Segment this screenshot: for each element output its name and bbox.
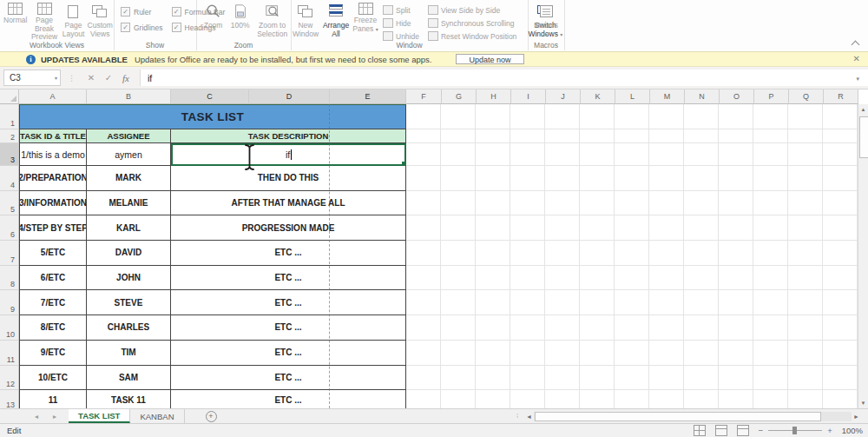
unhide-button[interactable]: Unhide: [383, 31, 419, 41]
column-header-D[interactable]: D: [249, 89, 330, 104]
select-all-corner[interactable]: [0, 89, 19, 104]
empty-cells[interactable]: [406, 366, 858, 391]
add-sheet-button[interactable]: +: [206, 411, 217, 422]
header-cell[interactable]: TASK ID & TITLE: [19, 129, 87, 143]
sheet-nav-left-icon[interactable]: ◂: [35, 413, 38, 420]
column-header-G[interactable]: G: [442, 89, 477, 104]
row-header-5[interactable]: 5: [0, 191, 19, 216]
row-header-6[interactable]: 6: [0, 215, 19, 241]
empty-cells[interactable]: [406, 166, 858, 191]
ruler-checkbox[interactable]: ✓Ruler: [121, 7, 163, 17]
column-header-J[interactable]: J: [546, 89, 581, 104]
empty-cells[interactable]: [406, 241, 858, 266]
header-cell[interactable]: TASK DESCRIPTION: [171, 129, 406, 143]
row-header-12[interactable]: 12: [0, 366, 19, 391]
row-header-10[interactable]: 10: [0, 315, 19, 341]
empty-cells[interactable]: [406, 315, 858, 341]
column-header-E[interactable]: E: [330, 89, 406, 104]
sheet-tab-task-list[interactable]: TASK LIST: [69, 409, 130, 423]
gridlines-checkbox[interactable]: ✓Gridlines: [121, 23, 163, 32]
column-header-B[interactable]: B: [87, 89, 171, 104]
collapse-ribbon-button[interactable]: [851, 39, 861, 48]
column-header-K[interactable]: K: [581, 89, 615, 104]
cell-A3[interactable]: 1/this is a demo: [19, 143, 87, 166]
cell-B11[interactable]: TIM: [87, 341, 171, 366]
new-window-button[interactable]: New Window: [292, 3, 319, 38]
cell-C6[interactable]: PROGRESSION MADE: [171, 215, 406, 241]
name-box[interactable]: C3 ▾: [3, 70, 61, 86]
zoom-to-selection-button[interactable]: Zoom to Selection: [254, 3, 290, 38]
row-header-9[interactable]: 9: [0, 290, 19, 315]
zoom-button[interactable]: Zoom: [201, 3, 226, 30]
horizontal-scrollbar[interactable]: ◄ ►: [524, 411, 861, 422]
cell-C5[interactable]: AFTER THAT MANAGE ALL: [171, 191, 406, 216]
cancel-button[interactable]: ✕: [82, 73, 100, 83]
row-header-13[interactable]: 13: [0, 390, 19, 408]
row-header-3[interactable]: 3: [0, 143, 19, 166]
column-header-L[interactable]: L: [615, 89, 650, 104]
row-header-1[interactable]: 1: [0, 104, 19, 129]
empty-cells[interactable]: [406, 215, 858, 241]
normal-view-toggle-icon[interactable]: [694, 425, 706, 436]
scroll-left-icon[interactable]: ◄: [524, 414, 534, 420]
page-break-view-toggle-icon[interactable]: [737, 425, 749, 436]
cell-B5[interactable]: MELANIE: [87, 191, 171, 216]
update-now-button[interactable]: Update now: [456, 54, 523, 64]
column-header-M[interactable]: M: [650, 89, 685, 104]
custom-views-button[interactable]: Custom Views: [87, 3, 113, 38]
cell-B7[interactable]: DAVID: [87, 241, 171, 266]
row-header-4[interactable]: 4: [0, 166, 19, 191]
column-header-I[interactable]: I: [511, 89, 546, 104]
page-layout-button[interactable]: Page Layout: [62, 3, 86, 38]
column-header-H[interactable]: H: [477, 89, 511, 104]
cell-B12[interactable]: SAM: [87, 366, 171, 391]
cell-C10[interactable]: ETC ...: [171, 315, 406, 341]
column-header-F[interactable]: F: [406, 89, 442, 104]
cell-B4[interactable]: MARK: [87, 166, 171, 191]
scroll-up-icon[interactable]: ▲: [858, 104, 868, 115]
fill-handle[interactable]: [401, 161, 406, 166]
horizontal-scroll-thumb[interactable]: [535, 412, 821, 421]
cell-A9[interactable]: 7/ETC: [19, 290, 87, 315]
empty-cells[interactable]: [406, 290, 858, 315]
row-header-8[interactable]: 8: [0, 266, 19, 291]
cell-C13[interactable]: ETC ...: [171, 390, 406, 408]
synchronous-scrolling-button[interactable]: Synchronous Scrolling: [428, 18, 516, 28]
cell-B10[interactable]: CHARLES: [87, 315, 171, 341]
empty-cells[interactable]: [406, 191, 858, 216]
scroll-right-icon[interactable]: ►: [852, 414, 861, 420]
cell-B9[interactable]: STEVE: [87, 290, 171, 315]
reset-window-position-button[interactable]: Reset Window Position: [428, 31, 516, 41]
cell-B3[interactable]: aymen: [87, 143, 171, 166]
empty-cells[interactable]: [406, 143, 858, 166]
column-header-C[interactable]: C: [171, 89, 249, 104]
cell-C9[interactable]: ETC ...: [171, 290, 406, 315]
hide-button[interactable]: Hide: [383, 18, 419, 28]
column-header-N[interactable]: N: [685, 89, 720, 104]
enter-button[interactable]: ✓: [100, 73, 117, 83]
macros-button[interactable]: Macros▾: [530, 3, 562, 38]
cell-C11[interactable]: ETC ...: [171, 341, 406, 366]
freeze-panes-button[interactable]: Freeze Panes ▾: [352, 3, 378, 33]
cell-A11[interactable]: 9/ETC: [19, 341, 87, 366]
view-side-by-side-button[interactable]: View Side by Side: [428, 5, 516, 15]
zoom-in-icon[interactable]: +: [827, 426, 832, 435]
tab-scroll-splitter[interactable]: ⁞: [516, 412, 518, 420]
title-cell[interactable]: TASK LIST: [19, 104, 406, 129]
empty-cells[interactable]: [406, 104, 858, 129]
cell-A5[interactable]: 3/INFORMATION: [19, 191, 87, 216]
zoom-slider-thumb[interactable]: [792, 427, 797, 434]
empty-cells[interactable]: [406, 266, 858, 291]
zoom-slider[interactable]: − +: [759, 426, 832, 435]
cell-B8[interactable]: JOHN: [87, 266, 171, 291]
chevron-down-icon[interactable]: ▾: [55, 75, 57, 81]
arrange-all-button[interactable]: Arrange All: [321, 3, 351, 38]
cell-A8[interactable]: 6/ETC: [19, 266, 87, 291]
cell-C8[interactable]: ETC ...: [171, 266, 406, 291]
close-icon[interactable]: ✕: [853, 54, 860, 63]
cell-A10[interactable]: 8/ETC: [19, 315, 87, 341]
vertical-scroll-thumb[interactable]: [859, 116, 868, 158]
row-header-7[interactable]: 7: [0, 241, 19, 266]
insert-function-button[interactable]: fx: [117, 73, 135, 83]
empty-cells[interactable]: [406, 129, 858, 143]
